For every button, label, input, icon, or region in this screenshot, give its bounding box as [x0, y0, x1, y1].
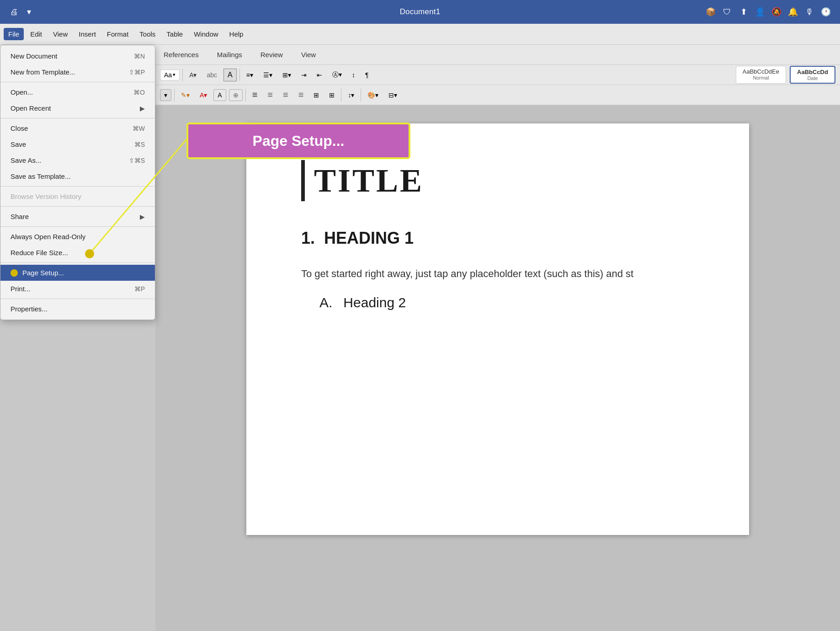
notification-icon[interactable]: 🔕	[771, 7, 782, 17]
menu-new-document[interactable]: New Document ⌘N	[0, 48, 155, 64]
menu-always-open-read-only[interactable]: Always Open Read-Only	[0, 229, 155, 245]
profile-icon[interactable]: 👤	[755, 7, 765, 17]
page-setup-dot	[11, 269, 18, 277]
heading2-text: Heading 2	[343, 295, 406, 310]
toolbar-sep-1	[182, 69, 183, 81]
menu-window[interactable]: Window	[189, 28, 223, 40]
menu-new-from-template[interactable]: New from Template... ⇧⌘P	[0, 64, 155, 80]
menu-share[interactable]: Share ▶	[0, 209, 155, 225]
toolbar2-sep-4	[361, 89, 361, 102]
menu-help[interactable]: Help	[225, 28, 248, 40]
style-date-label: Date	[797, 75, 828, 81]
arrow-icon[interactable]: ▾	[24, 7, 34, 17]
menu-bar: File Edit View Insert Format Tools Table…	[0, 24, 840, 45]
menu-save-as[interactable]: Save As... ⇧⌘S	[0, 152, 155, 168]
indent-right-btn[interactable]: ⇤	[313, 70, 326, 80]
separator-7	[0, 299, 155, 299]
paragraph-mark-btn[interactable]: ¶	[362, 70, 372, 80]
history-icon[interactable]: 🕐	[821, 7, 831, 17]
doc-title-section: TITLE	[301, 160, 694, 201]
tab-references[interactable]: References	[155, 48, 207, 61]
align-left-btn[interactable]: ≡	[249, 88, 261, 102]
dropbox-icon[interactable]: 📦	[706, 7, 716, 17]
align-center-btn[interactable]: ≡	[264, 88, 276, 102]
document-area: TITLE 1. HEADING 1 To get started right …	[155, 105, 840, 631]
menu-open[interactable]: Open... ⌘O	[0, 84, 155, 100]
style-date-sample: AaBbCcDd	[797, 69, 828, 75]
text-style-btn[interactable]: Ⓐ▾	[329, 69, 346, 81]
color-fill-btn[interactable]: 🎨▾	[364, 90, 382, 101]
menu-print[interactable]: Print... ⌘P	[0, 281, 155, 297]
document-title: Document1	[400, 7, 441, 16]
align-right-btn[interactable]: ≡	[279, 88, 292, 102]
font-color-btn[interactable]: A▾	[196, 90, 211, 101]
columns-btn[interactable]: ⊞	[310, 90, 323, 101]
document-page: TITLE 1. HEADING 1 To get started right …	[246, 123, 749, 535]
menu-close[interactable]: Close ⌘W	[0, 120, 155, 136]
indent-btn[interactable]: ⊞▾	[279, 70, 295, 80]
sort-btn[interactable]: ↕	[348, 70, 359, 80]
tab-review[interactable]: Review	[252, 48, 291, 61]
heading1-number: 1.	[301, 229, 315, 248]
upload-icon[interactable]: ⬆	[739, 7, 749, 17]
mic-icon[interactable]: 🎙	[804, 7, 814, 17]
indent-left-btn[interactable]: ⇥	[298, 70, 310, 80]
menu-tools[interactable]: Tools	[135, 28, 160, 40]
special-char-btn[interactable]: ⊕	[229, 89, 243, 101]
menu-save[interactable]: Save ⌘S	[0, 136, 155, 152]
font-size-selector[interactable]: Aa ▾	[160, 70, 180, 80]
menu-file[interactable]: File	[4, 28, 24, 40]
menu-save-as-template[interactable]: Save as Template...	[0, 168, 155, 184]
border-btn[interactable]: ⊟▾	[385, 90, 401, 101]
menu-format[interactable]: Format	[102, 28, 133, 40]
menu-properties[interactable]: Properties...	[0, 301, 155, 317]
file-dropdown-menu: New Document ⌘N New from Template... ⇧⌘P…	[0, 45, 155, 320]
formatting-toolbar-1: Aa ▾ A▾ abc A ≡▾ ☰▾ ⊞▾ ⇥ ⇤ Ⓐ▾ ↕ ¶ AaBbCc…	[155, 65, 840, 85]
menu-open-recent[interactable]: Open Recent ▶	[0, 100, 155, 116]
menu-table[interactable]: Table	[162, 28, 187, 40]
line-spacing-btn[interactable]: ↕▾	[344, 90, 358, 101]
print-icon[interactable]: 🖨	[9, 7, 19, 17]
toolbar2-sep-1	[174, 89, 175, 102]
right-arrow-btn[interactable]: ▾	[160, 89, 171, 101]
align-justify-btn[interactable]: ≡	[295, 88, 308, 102]
doc-title-accent-bar	[301, 160, 305, 201]
bell-icon[interactable]: 🔔	[788, 7, 798, 17]
toolbar-sep-2	[239, 69, 240, 81]
separator-6	[0, 262, 155, 263]
doc-title-text: TITLE	[314, 162, 424, 200]
text-box-btn[interactable]: A	[213, 89, 226, 101]
style-normal-sample: AaBbCcDdEe	[743, 68, 779, 75]
style-card-date[interactable]: AaBbCcDd Date	[790, 66, 835, 84]
separator-3	[0, 186, 155, 187]
menu-view[interactable]: View	[48, 28, 72, 40]
font-small-btn[interactable]: abc	[203, 70, 221, 80]
text-highlight-btn[interactable]: A▾	[186, 70, 200, 80]
heading1-text: HEADING 1	[324, 229, 414, 248]
heading2-letter: A.	[319, 295, 332, 310]
separator-1	[0, 82, 155, 82]
toolbar2-sep-3	[341, 89, 341, 102]
menu-browse-version-history: Browse Version History	[0, 188, 155, 204]
title-bar-left-controls: 🖨 ▾	[9, 7, 34, 17]
line-height-btn[interactable]: ☰▾	[260, 70, 276, 80]
style-card-normal[interactable]: AaBbCcDdEe Normal	[736, 66, 786, 84]
title-bar-right-icons: 📦 🛡 ⬆ 👤 🔕 🔔 🎙 🕐	[706, 7, 831, 17]
menu-insert[interactable]: Insert	[74, 28, 101, 40]
tab-mailings[interactable]: Mailings	[209, 48, 250, 61]
list-style-btn[interactable]: ≡▾	[243, 70, 257, 80]
menu-reduce-file-size[interactable]: Reduce File Size...	[0, 245, 155, 261]
formatting-toolbar-2: ▾ ✎▾ A▾ A ⊕ ≡ ≡ ≡ ≡ ⊞ ⊞ ↕▾ 🎨▾ ⊟▾	[155, 85, 840, 105]
title-bar: 🖨 ▾ Document1 📦 🛡 ⬆ 👤 🔕 🔔 🎙 🕐	[0, 0, 840, 24]
shield-icon[interactable]: 🛡	[722, 7, 732, 17]
menu-edit[interactable]: Edit	[26, 28, 47, 40]
table-insert-btn[interactable]: ⊞	[325, 90, 338, 101]
tab-view[interactable]: View	[293, 48, 324, 61]
highlighter-btn[interactable]: ✎▾	[177, 90, 193, 101]
menu-page-setup[interactable]: Page Setup...	[0, 265, 155, 281]
separator-4	[0, 206, 155, 207]
font-color-a-btn[interactable]: A	[223, 69, 237, 81]
heading2-row: A. Heading 2	[319, 295, 694, 320]
doc-body-text: To get started right away, just tap any …	[301, 266, 694, 281]
separator-2	[0, 118, 155, 118]
